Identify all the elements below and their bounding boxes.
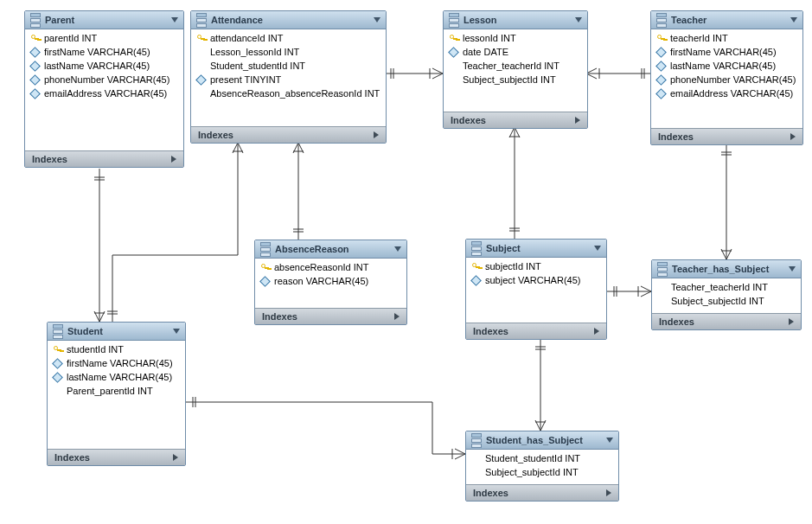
- entity-title: Student: [67, 326, 169, 336]
- column-list: studentId INTfirstName VARCHAR(45)lastNa…: [48, 341, 185, 401]
- entity-parent[interactable]: ParentparentId INTfirstName VARCHAR(45)l…: [24, 10, 184, 168]
- indexes-section[interactable]: Indexes: [652, 313, 801, 329]
- indexes-section[interactable]: Indexes: [444, 112, 587, 128]
- column-label: firstName VARCHAR(45): [67, 358, 180, 368]
- entity-subject[interactable]: SubjectsubjectId INTsubject VARCHAR(45)I…: [465, 239, 607, 340]
- collapse-triangle-icon[interactable]: [790, 17, 797, 22]
- column-row[interactable]: Subject_subjectId INT: [449, 74, 582, 85]
- collapse-triangle-icon[interactable]: [173, 329, 180, 334]
- column-row[interactable]: absenceReasonId INT: [260, 262, 401, 272]
- column-row[interactable]: AbsenceReason_absenceReasonId INT: [196, 88, 380, 99]
- column-label: Subject_subjectId INT: [463, 74, 582, 85]
- column-row[interactable]: Subject_subjectId INT: [471, 467, 613, 477]
- entity-student-has-subject[interactable]: Student_has_SubjectStudent_studentId INT…: [465, 431, 619, 502]
- collapse-triangle-icon[interactable]: [789, 266, 796, 272]
- entity-title: AbsenceReason: [275, 244, 390, 254]
- column-label: firstName VARCHAR(45): [670, 47, 797, 57]
- column-row[interactable]: reason VARCHAR(45): [260, 276, 401, 286]
- column-diamond-icon: [29, 61, 41, 72]
- column-label: teacherId INT: [670, 33, 797, 43]
- indexes-label: Indexes: [198, 130, 374, 140]
- column-list: Teacher_teacherId INTSubject_subjectId I…: [652, 278, 801, 311]
- expand-arrow-icon[interactable]: [606, 489, 611, 496]
- entity-titlebar[interactable]: Attendance: [191, 11, 386, 29]
- indexes-section[interactable]: Indexes: [25, 150, 183, 167]
- column-row[interactable]: Parent_parentId INT: [53, 386, 180, 396]
- column-label: Student_studentId INT: [485, 453, 613, 463]
- column-row[interactable]: attendanceId INT: [196, 33, 380, 43]
- entity-titlebar[interactable]: Student_has_Subject: [466, 431, 618, 450]
- column-row[interactable]: subjectId INT: [471, 261, 601, 272]
- column-row[interactable]: firstName VARCHAR(45): [53, 358, 180, 368]
- column-row[interactable]: phoneNumber VARCHAR(45): [30, 74, 178, 85]
- entity-teacher[interactable]: TeacherteacherId INTfirstName VARCHAR(45…: [650, 10, 803, 145]
- indexes-section[interactable]: Indexes: [651, 128, 802, 144]
- entity-titlebar[interactable]: Subject: [466, 240, 606, 258]
- expand-arrow-icon[interactable]: [790, 133, 796, 140]
- column-row[interactable]: emailAddress VARCHAR(45): [656, 88, 797, 99]
- column-list: Student_studentId INTSubject_subjectId I…: [466, 450, 618, 482]
- entity-titlebar[interactable]: Lesson: [444, 11, 587, 29]
- column-row[interactable]: firstName VARCHAR(45): [30, 47, 178, 57]
- column-row[interactable]: lastName VARCHAR(45): [53, 372, 180, 382]
- entity-title: Student_has_Subject: [486, 435, 602, 445]
- entity-titlebar[interactable]: Teacher: [651, 11, 802, 29]
- expand-arrow-icon[interactable]: [789, 318, 794, 325]
- column-label: subjectId INT: [485, 261, 601, 272]
- column-row[interactable]: Teacher_teacherId INT: [657, 282, 796, 292]
- collapse-triangle-icon[interactable]: [374, 17, 380, 22]
- entity-titlebar[interactable]: Teacher_has_Subject: [652, 260, 801, 278]
- collapse-triangle-icon[interactable]: [606, 438, 613, 443]
- column-label: studentId INT: [67, 344, 180, 355]
- entity-absencereason[interactable]: AbsenceReasonabsenceReasonId INTreason V…: [254, 240, 407, 325]
- column-diamond-icon: [195, 74, 207, 86]
- entity-titlebar[interactable]: Parent: [25, 11, 183, 29]
- column-row[interactable]: Student_studentId INT: [196, 61, 380, 71]
- column-label: AbsenceReason_absenceReasonId INT: [210, 88, 380, 99]
- column-row[interactable]: Teacher_teacherId INT: [449, 61, 582, 71]
- indexes-section[interactable]: Indexes: [191, 126, 386, 143]
- expand-arrow-icon[interactable]: [394, 313, 400, 320]
- expand-arrow-icon[interactable]: [575, 117, 580, 124]
- column-row[interactable]: studentId INT: [53, 344, 180, 355]
- entity-lesson[interactable]: LessonlessonId INTdate DATETeacher_teach…: [443, 10, 588, 129]
- expand-arrow-icon[interactable]: [171, 156, 176, 163]
- column-row[interactable]: Subject_subjectId INT: [657, 296, 796, 306]
- indexes-section[interactable]: Indexes: [48, 449, 185, 465]
- expand-arrow-icon[interactable]: [173, 454, 178, 461]
- indexes-label: Indexes: [473, 326, 594, 336]
- indexes-label: Indexes: [451, 115, 575, 125]
- expand-arrow-icon[interactable]: [594, 328, 599, 335]
- column-label: lastName VARCHAR(45): [670, 61, 797, 71]
- indexes-section[interactable]: Indexes: [466, 323, 606, 339]
- column-row[interactable]: subject VARCHAR(45): [471, 275, 601, 285]
- column-row[interactable]: lastName VARCHAR(45): [656, 61, 797, 71]
- column-row[interactable]: phoneNumber VARCHAR(45): [656, 74, 797, 85]
- entity-titlebar[interactable]: Student: [48, 323, 185, 341]
- indexes-section[interactable]: Indexes: [466, 484, 618, 501]
- column-label: Parent_parentId INT: [67, 386, 180, 396]
- column-row[interactable]: lessonId INT: [449, 33, 582, 43]
- collapse-triangle-icon[interactable]: [575, 17, 582, 22]
- column-row[interactable]: parentId INT: [30, 33, 178, 43]
- entity-teacher-has-subject[interactable]: Teacher_has_SubjectTeacher_teacherId INT…: [651, 259, 802, 330]
- expand-arrow-icon[interactable]: [374, 131, 379, 138]
- column-label: absenceReasonId INT: [274, 262, 401, 272]
- collapse-triangle-icon[interactable]: [594, 246, 601, 251]
- column-row[interactable]: Student_studentId INT: [471, 453, 613, 463]
- entity-student[interactable]: StudentstudentId INTfirstName VARCHAR(45…: [47, 322, 186, 466]
- column-row[interactable]: Lesson_lessonId INT: [196, 47, 380, 57]
- column-row[interactable]: present TINYINT: [196, 74, 380, 85]
- entity-titlebar[interactable]: AbsenceReason: [255, 240, 406, 259]
- indexes-section[interactable]: Indexes: [255, 308, 406, 324]
- column-list: absenceReasonId INTreason VARCHAR(45): [255, 259, 406, 291]
- collapse-triangle-icon[interactable]: [171, 17, 178, 22]
- column-row[interactable]: emailAddress VARCHAR(45): [30, 88, 178, 99]
- column-row[interactable]: teacherId INT: [656, 33, 797, 43]
- entity-attendance[interactable]: AttendanceattendanceId INTLesson_lessonI…: [190, 10, 387, 144]
- column-row[interactable]: firstName VARCHAR(45): [656, 47, 797, 57]
- column-row[interactable]: lastName VARCHAR(45): [30, 61, 178, 71]
- entity-title: Subject: [486, 243, 590, 253]
- column-row[interactable]: date DATE: [449, 47, 582, 57]
- collapse-triangle-icon[interactable]: [394, 246, 401, 252]
